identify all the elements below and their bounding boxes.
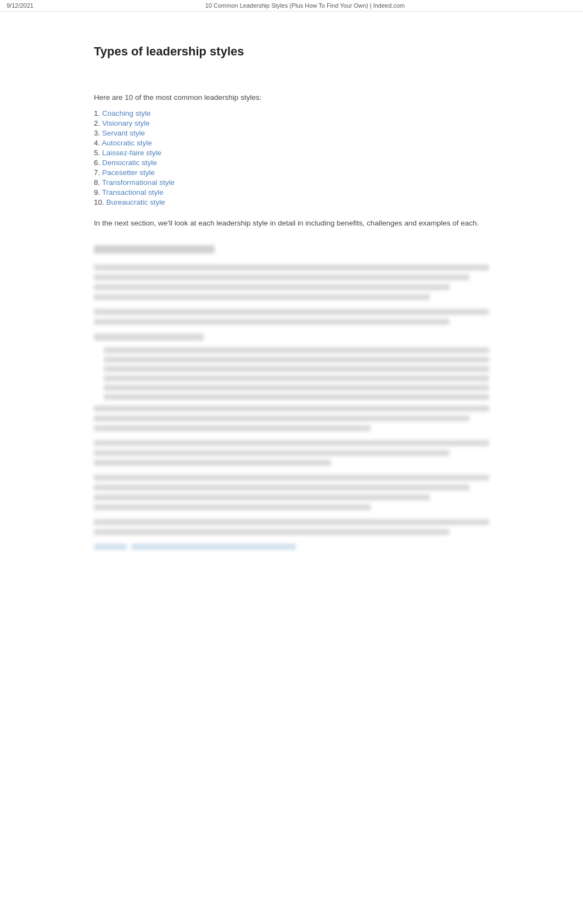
list-number-6: 6.: [94, 159, 102, 167]
blurred-line: [94, 405, 489, 412]
blurred-link-seg: [131, 544, 296, 550]
list-number-9: 9.: [94, 188, 102, 196]
blurred-line: [94, 440, 489, 446]
browser-bar: 9/12/2021 10 Common Leadership Styles (P…: [0, 0, 583, 12]
blurred-line: [94, 425, 371, 431]
blurred-line: [94, 319, 450, 325]
blurred-bullet: [104, 347, 489, 353]
list-link-3[interactable]: Servant style: [102, 129, 145, 137]
list-link-10[interactable]: Bureaucratic style: [106, 198, 165, 206]
section-note: In the next section, we'll look at each …: [94, 217, 489, 229]
list-link-2[interactable]: Visionary style: [102, 119, 150, 127]
blurred-line: [94, 309, 489, 315]
blurred-line: [94, 274, 469, 280]
blurred-para-1: [94, 264, 489, 300]
list-item-9: 9. Transactional style: [94, 188, 489, 196]
leadership-style-list: 1. Coaching style 2. Visionary style 3. …: [94, 109, 489, 206]
list-link-1[interactable]: Coaching style: [102, 109, 151, 117]
blurred-line: [94, 529, 450, 535]
blurred-bullet-group-1: [104, 347, 489, 400]
list-link-7[interactable]: Pacesetter style: [102, 168, 155, 177]
list-item-3: 3. Servant style: [94, 129, 489, 137]
section-heading: Types of leadership styles: [94, 44, 489, 59]
blurred-line: [94, 264, 489, 271]
blurred-line: [94, 494, 430, 500]
browser-page-title: 10 Common Leadership Styles (Plus How To…: [33, 2, 576, 9]
list-item-4: 4. Autocratic style: [94, 139, 489, 147]
list-number-2: 2.: [94, 119, 102, 127]
blurred-link-seg: [94, 544, 127, 550]
blurred-line: [94, 460, 331, 466]
list-number-3: 3.: [94, 129, 102, 137]
list-item-2: 2. Visionary style: [94, 119, 489, 127]
blurred-line: [94, 504, 371, 510]
blurred-line: [94, 284, 450, 290]
list-link-4[interactable]: Autocratic style: [102, 139, 152, 147]
blurred-content: [94, 245, 489, 550]
blurred-para-5: [94, 475, 489, 510]
browser-date: 9/12/2021: [7, 2, 33, 9]
list-item-8: 8. Transformational style: [94, 178, 489, 187]
list-link-9[interactable]: Transactional style: [102, 188, 164, 196]
blurred-line: [94, 519, 489, 525]
blurred-subheading-1: [94, 334, 204, 341]
list-item-1: 1. Coaching style: [94, 109, 489, 117]
blurred-para-4: [94, 440, 489, 466]
content-area: Types of leadership styles Here are 10 o…: [83, 12, 500, 598]
blurred-title-1: [94, 245, 215, 253]
blurred-para-6: [94, 519, 489, 535]
blurred-bullet: [104, 357, 489, 363]
blurred-bullet: [104, 394, 489, 400]
blurred-line: [94, 415, 469, 421]
blurred-bullet: [104, 366, 489, 372]
blurred-bullet: [104, 385, 489, 391]
blurred-link-row: [94, 544, 489, 550]
blurred-para-2: [94, 309, 489, 325]
blurred-line: [94, 450, 450, 456]
list-number-5: 5.: [94, 149, 102, 157]
blurred-para-3: [94, 405, 489, 431]
blurred-line: [94, 475, 489, 481]
list-item-5: 5. Laissez-faire style: [94, 149, 489, 157]
list-number-7: 7.: [94, 168, 102, 177]
intro-text: Here are 10 of the most common leadershi…: [94, 92, 489, 104]
blurred-line: [94, 294, 430, 300]
list-item-10: 10. Bureaucratic style: [94, 198, 489, 206]
list-link-6[interactable]: Democratic style: [102, 159, 157, 167]
list-number-4: 4.: [94, 139, 102, 147]
list-number-1: 1.: [94, 109, 102, 117]
blurred-line: [94, 484, 469, 491]
list-link-5[interactable]: Laissez-faire style: [102, 149, 161, 157]
list-item-7: 7. Pacesetter style: [94, 168, 489, 177]
list-number-8: 8.: [94, 178, 102, 187]
blurred-bullet: [104, 375, 489, 381]
list-item-6: 6. Democratic style: [94, 159, 489, 167]
list-link-8[interactable]: Transformational style: [102, 178, 175, 187]
list-number-10: 10.: [94, 198, 106, 206]
